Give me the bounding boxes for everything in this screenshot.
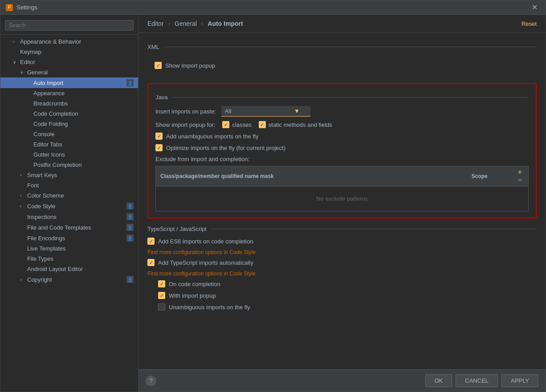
sidebar-item-file-encodings[interactable]: File Encodings 👤 bbox=[0, 233, 138, 243]
optimize-imports-checkbox[interactable]: ✓ bbox=[155, 144, 163, 151]
on-code-completion-checkbox[interactable]: ✓ bbox=[158, 280, 165, 287]
sidebar-item-label: Appearance bbox=[33, 90, 65, 97]
sidebar-item-editor[interactable]: ∨ Editor bbox=[0, 57, 138, 67]
main-content: › Appearance & Behavior Keymap ∨ Editor … bbox=[0, 15, 546, 392]
sidebar-item-inspections[interactable]: Inspections 👤 bbox=[0, 211, 138, 222]
show-import-popup-row-xml: ✓ Show import popup bbox=[155, 62, 530, 69]
expand-arrow-icon: › bbox=[20, 193, 25, 198]
classes-checkbox[interactable]: ✓ bbox=[222, 121, 229, 128]
sidebar-item-general[interactable]: ∨ General bbox=[0, 67, 138, 77]
expand-arrow-icon: › bbox=[20, 173, 25, 178]
sidebar-item-label: File and Code Templates bbox=[27, 224, 91, 231]
insert-imports-label: Insert imports on paste: bbox=[155, 108, 216, 115]
sidebar-item-label: Gutter Icons bbox=[33, 151, 65, 158]
java-section: Java Insert imports on paste: All ▼ Show… bbox=[147, 83, 537, 218]
expand-arrow-icon: › bbox=[13, 39, 18, 44]
sidebar-item-live-templates[interactable]: Live Templates bbox=[0, 243, 138, 254]
expand-arrow-icon: › bbox=[20, 204, 25, 209]
sidebar-item-file-types[interactable]: File Types bbox=[0, 254, 138, 264]
xml-options: ✓ Show import popup bbox=[147, 56, 537, 80]
unambiguous-imports-checkbox[interactable] bbox=[158, 303, 165, 311]
find-more-2: Find more configuration options in Code … bbox=[147, 271, 537, 277]
static-methods-checkbox[interactable]: ✓ bbox=[259, 121, 266, 128]
sidebar-item-gutter-icons[interactable]: Gutter Icons bbox=[0, 150, 138, 160]
sidebar-item-label: Code Folding bbox=[33, 121, 68, 127]
search-input[interactable] bbox=[5, 20, 134, 31]
add-typescript-label: Add TypeScript imports automatically bbox=[158, 259, 253, 266]
add-pattern-button[interactable]: + bbox=[516, 169, 524, 176]
close-button[interactable]: ✕ bbox=[529, 2, 540, 12]
reset-button[interactable]: Reset bbox=[522, 20, 537, 27]
dropdown-arrow-icon: ▼ bbox=[294, 108, 300, 114]
user-badge-icon: 👤 bbox=[126, 79, 134, 86]
add-unambiguous-row: ✓ Add unambiguous imports on the fly bbox=[155, 133, 529, 140]
sidebar-item-label: File Encodings bbox=[27, 235, 65, 242]
ok-button[interactable]: OK bbox=[425, 374, 452, 387]
xml-section-label: XML bbox=[147, 44, 537, 50]
with-import-popup-row: ✓ With import popup bbox=[158, 292, 537, 299]
remove-pattern-button[interactable]: − bbox=[516, 177, 524, 184]
sidebar-search-container bbox=[0, 18, 138, 35]
sidebar: › Appearance & Behavior Keymap ∨ Editor … bbox=[0, 15, 139, 392]
sidebar-item-appearance-behavior[interactable]: › Appearance & Behavior bbox=[0, 36, 138, 47]
window-title: Settings bbox=[16, 4, 37, 11]
sidebar-item-android-layout[interactable]: Android Layout Editor bbox=[0, 264, 138, 274]
show-import-popup-for-label: Show import popup for: bbox=[155, 121, 215, 128]
unambiguous-imports-row: Unambiguous imports on the fly bbox=[158, 303, 537, 311]
sidebar-item-smart-keys[interactable]: › Smart Keys bbox=[0, 170, 138, 180]
with-import-popup-label: With import popup bbox=[169, 292, 216, 299]
sidebar-item-label: Editor bbox=[20, 59, 35, 65]
show-import-popup-checkbox-xml[interactable]: ✓ bbox=[155, 62, 162, 69]
sidebar-item-keymap[interactable]: Keymap bbox=[0, 47, 138, 57]
sidebar-item-color-scheme[interactable]: › Color Scheme bbox=[0, 190, 138, 201]
add-typescript-checkbox[interactable]: ✓ bbox=[147, 259, 155, 266]
sidebar-item-font[interactable]: Font bbox=[0, 180, 138, 190]
breadcrumb-bar: Editor › General › Auto Import Reset bbox=[139, 15, 546, 33]
xml-section: XML ✓ Show import popup bbox=[147, 44, 537, 80]
sidebar-item-code-completion[interactable]: Code Completion bbox=[0, 109, 138, 119]
sidebar-item-editor-tabs[interactable]: Editor Tabs bbox=[0, 139, 138, 150]
breadcrumb-general: General bbox=[175, 20, 197, 27]
sidebar-item-label: General bbox=[27, 69, 48, 76]
sidebar-item-copyright[interactable]: › Copyright 👤 bbox=[0, 274, 138, 285]
sidebar-item-label: Console bbox=[33, 131, 55, 137]
bottom-bar-left: ? bbox=[146, 376, 156, 386]
table-empty-message: No exclude patterns bbox=[156, 186, 528, 211]
add-unambiguous-checkbox[interactable]: ✓ bbox=[155, 133, 163, 140]
help-button[interactable]: ? bbox=[146, 376, 156, 386]
find-more-1-text: Find more configuration options in bbox=[147, 249, 228, 255]
exclude-label: Exclude from import and completion: bbox=[155, 156, 529, 162]
add-es6-checkbox[interactable]: ✓ bbox=[147, 238, 155, 245]
sidebar-item-label: Keymap bbox=[20, 48, 41, 55]
add-unambiguous-label: Add unambiguous imports on the fly bbox=[166, 133, 258, 140]
right-panel: Editor › General › Auto Import Reset XML… bbox=[139, 15, 546, 392]
apply-button[interactable]: APPLY bbox=[501, 374, 538, 387]
sidebar-item-label: Copyright bbox=[27, 276, 52, 283]
sidebar-item-file-code-templates[interactable]: File and Code Templates 👤 bbox=[0, 222, 138, 233]
breadcrumb-sep-2: › bbox=[201, 20, 204, 27]
sidebar-item-breadcrumbs[interactable]: Breadcrumbs bbox=[0, 98, 138, 109]
settings-window: P Settings ✕ › Appearance & Behavior Key… bbox=[0, 0, 546, 392]
sidebar-item-code-style[interactable]: › Code Style 👤 bbox=[0, 201, 138, 211]
sidebar-item-appearance[interactable]: Appearance bbox=[0, 88, 138, 98]
code-style-link-1[interactable]: Code Style bbox=[229, 249, 256, 255]
unambiguous-imports-label: Unambiguous imports on the fly bbox=[169, 304, 250, 311]
cancel-button[interactable]: CANCEL bbox=[456, 374, 498, 387]
code-style-link-2[interactable]: Code Style bbox=[229, 271, 256, 277]
title-bar-left: P Settings bbox=[6, 4, 37, 11]
sidebar-item-auto-import[interactable]: Auto Import 👤 bbox=[0, 77, 138, 88]
with-import-popup-checkbox[interactable]: ✓ bbox=[158, 292, 165, 299]
sidebar-item-label: Breadcrumbs bbox=[33, 100, 68, 107]
app-icon: P bbox=[6, 4, 13, 11]
show-import-popup-label-xml: Show import popup bbox=[165, 62, 215, 69]
find-more-2-text: Find more configuration options in bbox=[147, 271, 228, 277]
sidebar-item-postfix-completion[interactable]: Postfix Completion bbox=[0, 160, 138, 170]
table-actions: + − bbox=[516, 169, 524, 184]
table-col-scope-header: Scope bbox=[472, 173, 516, 179]
sidebar-item-console[interactable]: Console bbox=[0, 129, 138, 139]
sidebar-item-code-folding[interactable]: Code Folding bbox=[0, 119, 138, 129]
sidebar-item-label: File Types bbox=[27, 255, 53, 262]
insert-imports-select[interactable]: All ▼ bbox=[221, 106, 310, 117]
table-header-left: Class/package/member qualified name mask… bbox=[160, 173, 516, 179]
expand-arrow-icon: ∨ bbox=[13, 60, 18, 65]
